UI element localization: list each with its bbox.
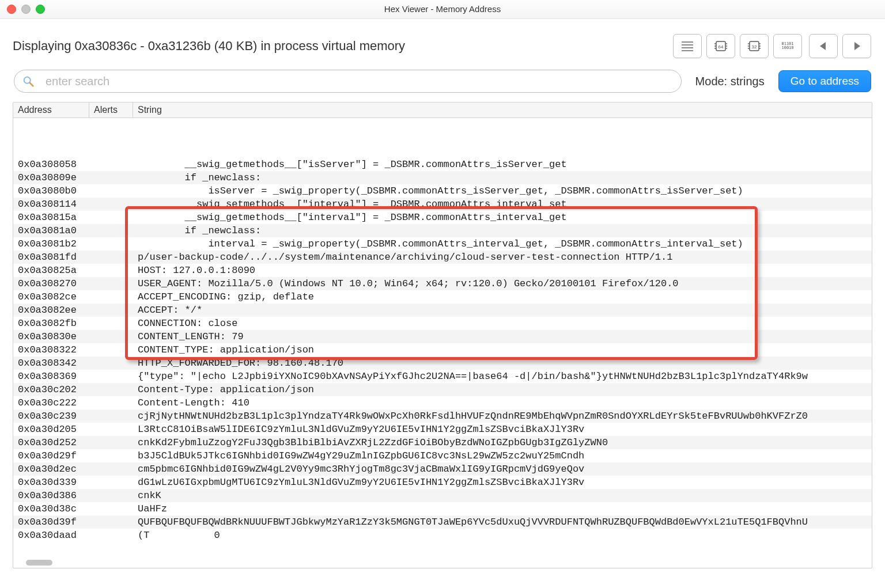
cell-address: 0x0a30d2ec — [13, 462, 89, 476]
cell-string: Content-Type: application/json — [133, 383, 872, 396]
table-row[interactable]: 0x0a3081b2 interval = _swig_property(_DS… — [13, 237, 872, 251]
table-row[interactable]: 0x0a30830eCONTENT_LENGTH: 79 — [13, 330, 872, 343]
svg-line-23 — [30, 83, 33, 86]
cell-address: 0x0a3081a0 — [13, 224, 89, 237]
cell-string: CONNECTION: close — [133, 317, 872, 330]
cell-string: __swig_setmethods__["interval"] = _DSBMR… — [133, 198, 872, 211]
table-row[interactable]: 0x0a3082eeACCEPT: */* — [13, 304, 872, 317]
column-string[interactable]: String — [133, 103, 872, 117]
cell-address: 0x0a3081fd — [13, 251, 89, 264]
table-row[interactable]: 0x0a30d386cnkK — [13, 489, 872, 502]
cell-string: ACCEPT: */* — [133, 304, 872, 317]
cell-alerts — [89, 356, 133, 370]
cell-alerts — [89, 171, 133, 184]
cell-string: UaHFz — [133, 502, 872, 515]
table-row[interactable]: 0x0a3080b0 isServer = _swig_property(_DS… — [13, 184, 872, 198]
table-row[interactable]: 0x0a30d39fQUFBQUFBQUFBQWdBRkNUUUFBWTJGbk… — [13, 515, 872, 529]
cell-alerts — [89, 383, 133, 396]
cell-address: 0x0a30d205 — [13, 423, 89, 436]
cell-address: 0x0a30d252 — [13, 436, 89, 449]
cell-string: cm5pbmc6IGNhbid0IG9wZW4gL2V0Yy9mc3RhYjog… — [133, 462, 872, 476]
cell-string: HOST: 127.0.0.1:8090 — [133, 264, 872, 277]
table-row[interactable]: 0x0a30d2eccm5pbmc6IGNhbid0IG9wZW4gL2V0Yy… — [13, 462, 872, 476]
window-zoom-icon[interactable] — [36, 5, 45, 14]
cell-address: 0x0a30d386 — [13, 489, 89, 502]
cell-string: HTTP_X_FORWARDED_FOR: 98.160.48.170 — [133, 356, 872, 370]
arch-64-button[interactable]: 64 — [706, 34, 735, 58]
table-row[interactable]: 0x0a308322CONTENT_TYPE: application/json — [13, 343, 872, 356]
cell-address: 0x0a30c239 — [13, 409, 89, 423]
table-row[interactable]: 0x0a3081a0 if _newclass: — [13, 224, 872, 237]
cell-address: 0x0a30daad — [13, 529, 89, 542]
table-row[interactable]: 0x0a308342HTTP_X_FORWARDED_FOR: 98.160.4… — [13, 356, 872, 370]
table-row[interactable]: 0x0a308058 __swig_getmethods__["isServer… — [13, 158, 872, 171]
cell-alerts — [89, 237, 133, 251]
cell-string: CONTENT_LENGTH: 79 — [133, 330, 872, 343]
table-row[interactable]: 0x0a308270USER_AGENT: Mozilla/5.0 (Windo… — [13, 277, 872, 290]
view-text-button[interactable] — [673, 34, 702, 58]
table-row[interactable]: 0x0a30809e if _newclass: — [13, 171, 872, 184]
window-titlebar: Hex Viewer - Memory Address — [0, 0, 885, 19]
nav-forward-button[interactable] — [842, 34, 871, 58]
arrow-left-icon — [815, 39, 831, 53]
svg-text:32: 32 — [752, 44, 757, 50]
table-row[interactable]: 0x0a3081fdp/user-backup-code/../../syste… — [13, 251, 872, 264]
cell-alerts — [89, 409, 133, 423]
window-minimize-icon[interactable] — [21, 5, 31, 14]
cell-address: 0x0a308342 — [13, 356, 89, 370]
table-row[interactable]: 0x0a30daad(T 0 — [13, 529, 872, 542]
cell-string: interval = _swig_property(_DSBMR.commonA… — [133, 237, 872, 251]
table-row[interactable]: 0x0a30c239cjRjNytHNWtNUHd2bzB3L1plc3plYn… — [13, 409, 872, 423]
cell-address: 0x0a30c202 — [13, 383, 89, 396]
cell-address: 0x0a3082ce — [13, 290, 89, 304]
table-row[interactable]: 0x0a30825aHOST: 127.0.0.1:8090 — [13, 264, 872, 277]
cell-address: 0x0a30c222 — [13, 396, 89, 409]
table-row[interactable]: 0x0a3082fbCONNECTION: close — [13, 317, 872, 330]
arch-32-button[interactable]: 32 — [740, 34, 769, 58]
cell-alerts — [89, 396, 133, 409]
cell-address: 0x0a3080b0 — [13, 184, 89, 198]
table-row[interactable]: 0x0a308369{"type": "|echo L2Jpbi9iYXNoIC… — [13, 370, 872, 383]
column-alerts[interactable]: Alerts — [89, 103, 133, 117]
table-row[interactable]: 0x0a30d29fb3J5CldBUk5JTkc6IGNhbid0IG9wZW… — [13, 449, 872, 462]
binary-icon: 01101 10010 — [780, 39, 796, 53]
window-controls — [7, 5, 45, 14]
cell-string: if _newclass: — [133, 224, 872, 237]
table-row[interactable]: 0x0a30d339dG1wLzU6IGxpbmUgMTU6IC9zYmluL3… — [13, 476, 872, 489]
table-row[interactable]: 0x0a3082ceACCEPT_ENCODING: gzip, deflate — [13, 290, 872, 304]
cell-address: 0x0a308369 — [13, 370, 89, 383]
go-to-address-button[interactable]: Go to address — [778, 70, 871, 92]
table-row[interactable]: 0x0a30d205L3RtcC81OiBsaW5lIDE6IC9zYmluL3… — [13, 423, 872, 436]
table-row[interactable]: 0x0a308114 __swig_setmethods__["interval… — [13, 198, 872, 211]
cell-string: p/user-backup-code/../../system/maintena… — [133, 251, 872, 264]
window-title: Hex Viewer - Memory Address — [384, 4, 501, 14]
window-close-icon[interactable] — [7, 5, 16, 14]
cell-alerts — [89, 436, 133, 449]
horizontal-scroll-thumb[interactable] — [26, 560, 52, 566]
table-row[interactable]: 0x0a30d38cUaHFz — [13, 502, 872, 515]
cell-string: cnkK — [133, 489, 872, 502]
cell-alerts — [89, 370, 133, 383]
cell-address: 0x0a30830e — [13, 330, 89, 343]
cell-string: __swig_getmethods__["isServer"] = _DSBMR… — [133, 158, 872, 171]
table-row[interactable]: 0x0a30d252cnkKd2FybmluZzogY2FuJ3Qgb3Blbi… — [13, 436, 872, 449]
cell-string: (T 0 — [133, 529, 872, 542]
table-row[interactable]: 0x0a30815a __swig_getmethods__["interval… — [13, 211, 872, 224]
cell-string: ACCEPT_ENCODING: gzip, deflate — [133, 290, 872, 304]
cell-address: 0x0a308114 — [13, 198, 89, 211]
column-address[interactable]: Address — [13, 103, 89, 117]
nav-back-button[interactable] — [809, 34, 838, 58]
cell-address: 0x0a308058 — [13, 158, 89, 171]
cell-string: __swig_getmethods__["interval"] = _DSBMR… — [133, 211, 872, 224]
cell-alerts — [89, 330, 133, 343]
cell-alerts — [89, 515, 133, 529]
cell-alerts — [89, 462, 133, 476]
cell-alerts — [89, 184, 133, 198]
view-binary-button[interactable]: 01101 10010 — [773, 34, 802, 58]
cell-alerts — [89, 317, 133, 330]
search-input[interactable] — [14, 70, 682, 93]
cell-string: QUFBQUFBQUFBQWdBRkNUUUFBWTJGbkwyMzYaR1Zz… — [133, 515, 872, 529]
table-row[interactable]: 0x0a30c202Content-Type: application/json — [13, 383, 872, 396]
cell-alerts — [89, 343, 133, 356]
table-row[interactable]: 0x0a30c222Content-Length: 410 — [13, 396, 872, 409]
